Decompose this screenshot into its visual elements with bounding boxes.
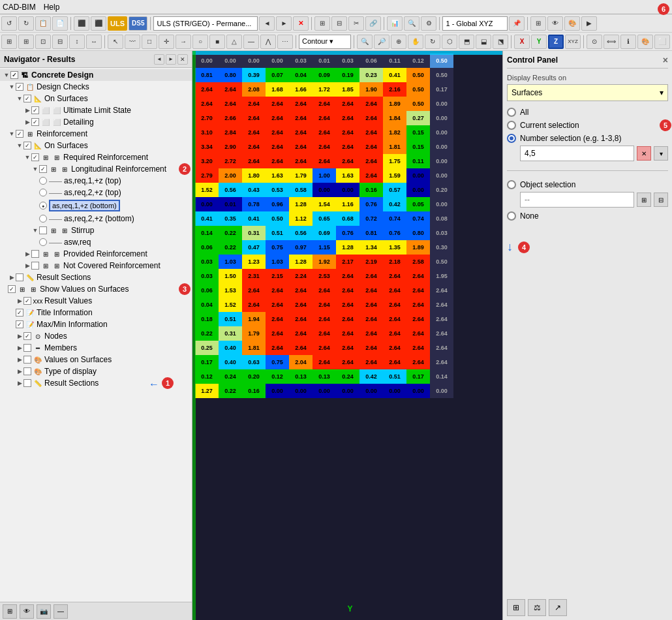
tb2-snap[interactable]: ⊙: [587, 35, 602, 49]
tb2-line[interactable]: —: [243, 35, 259, 49]
tb2-z[interactable]: Z: [548, 35, 564, 49]
tree-values-surfaces[interactable]: ▶ 🎨 Values on Surfaces: [0, 354, 192, 365]
tree-long-reinf[interactable]: ▼ ⊞ ⊞ Longitudinal Reinforcement 2: [0, 163, 192, 175]
tree-result-values[interactable]: ▶ xxx Result Values: [0, 295, 192, 307]
cb-ti[interactable]: [16, 309, 23, 317]
tb-btn-1[interactable]: ↺: [1, 16, 17, 31]
radio-all[interactable]: [507, 108, 516, 117]
cb-lr[interactable]: [39, 165, 47, 173]
exp-td[interactable]: ▶: [16, 367, 23, 375]
cb-nodes[interactable]: [23, 332, 31, 340]
tree-asw-req[interactable]: —— asw,req: [0, 236, 192, 248]
cb-concrete[interactable]: [10, 71, 18, 79]
cb-svs[interactable]: [8, 285, 16, 293]
tb2-3[interactable]: ⊡: [35, 35, 51, 49]
tb2-rotate[interactable]: ↻: [425, 35, 440, 49]
cb-stirrup[interactable]: [39, 226, 47, 234]
nav-collapse[interactable]: ►: [166, 54, 176, 65]
tb2-front[interactable]: ⬓: [476, 35, 491, 49]
uls-badge[interactable]: ULS: [108, 16, 127, 31]
tb-x-btn[interactable]: ✕: [293, 16, 309, 31]
number-input[interactable]: [520, 146, 634, 161]
radio-object-row[interactable]: Object selection: [507, 180, 668, 189]
tb-next[interactable]: ►: [276, 16, 292, 31]
exp-rs1[interactable]: ▶: [8, 273, 16, 281]
tb2-1[interactable]: ⊞: [1, 35, 17, 49]
tb-btn-2[interactable]: ↻: [18, 16, 34, 31]
radio-as2-bottom[interactable]: [39, 215, 47, 223]
number-clear-btn[interactable]: ✕: [637, 146, 651, 161]
number-expand-btn[interactable]: ▾: [654, 146, 668, 161]
radio-number[interactable]: [507, 134, 516, 143]
tb-coord-set[interactable]: 📌: [509, 16, 525, 31]
tree-uls[interactable]: ▶ ⬜ ⬜ Ultimate Limit State: [0, 104, 192, 116]
tb2-top[interactable]: ⬒: [459, 35, 474, 49]
cp-export-btn[interactable]: ↗: [549, 599, 567, 616]
tb2-cursor[interactable]: ↖: [108, 35, 123, 49]
tree-result-sections-1[interactable]: ▶ 📏 Result Sections: [0, 271, 192, 283]
tb2-dim[interactable]: ⟺: [603, 35, 619, 49]
radio-current-item[interactable]: Current selection 5: [507, 121, 668, 130]
tb2-color[interactable]: 🎨: [637, 35, 653, 49]
tb2-circle[interactable]: ○: [192, 35, 208, 49]
cp-scale-btn[interactable]: ⚖: [528, 599, 546, 616]
exp-members[interactable]: ▶: [16, 344, 23, 352]
exp-design-checks[interactable]: ▼: [8, 83, 16, 91]
tb2-xyz[interactable]: XYZ: [565, 35, 581, 49]
cb-uls[interactable]: [31, 106, 39, 114]
cb-reinf[interactable]: [16, 130, 23, 138]
tb2-info[interactable]: ℹ: [620, 35, 636, 49]
radio-none-item[interactable]: None: [507, 211, 668, 221]
cb-td[interactable]: [23, 367, 31, 375]
tree-stirrup[interactable]: ▼ ⊞ ⊞ Stirrup: [0, 225, 192, 236]
cb-os1[interactable]: [23, 95, 31, 102]
display-mode-dropdown[interactable]: Contour ▾: [299, 35, 351, 49]
exp-rs2[interactable]: ▶: [16, 379, 23, 387]
exp-lr[interactable]: ▼: [31, 165, 39, 173]
tree-as-req-2-top[interactable]: —— as,req,2,+z (top): [0, 187, 192, 198]
object-pick-btn[interactable]: ⊞: [637, 193, 651, 207]
tree-as-req-1-bottom[interactable]: as,req,1,+z (bottom): [0, 198, 192, 213]
tb-filter[interactable]: 🔍: [404, 16, 420, 31]
coord-dropdown[interactable]: 1 - Global XYZ: [442, 16, 508, 31]
cb-vs[interactable]: [23, 356, 31, 364]
tb2-side[interactable]: ⬔: [493, 35, 508, 49]
tb-render[interactable]: 🎨: [564, 16, 580, 31]
cb-rv[interactable]: [23, 297, 31, 305]
tree-design-checks[interactable]: ▼ 📋 Design Checks: [0, 81, 192, 93]
tree-as-req-1-top[interactable]: —— as,req,1,+z (top): [0, 175, 192, 187]
radio-object[interactable]: [507, 180, 516, 189]
cb-nc[interactable]: [31, 262, 39, 270]
cb-os2[interactable]: [23, 142, 31, 149]
nav-line-btn[interactable]: —: [53, 604, 68, 619]
tb-link[interactable]: 🔗: [365, 16, 381, 31]
nav-close[interactable]: ✕: [177, 54, 188, 65]
exp-concrete[interactable]: ▼: [3, 71, 10, 79]
cb-pr[interactable]: [31, 250, 39, 258]
cb-rs2[interactable]: [23, 379, 31, 387]
tb2-x[interactable]: X: [514, 35, 530, 49]
tb2-zigzag[interactable]: ⋀: [260, 35, 276, 49]
exp-pr[interactable]: ▶: [23, 250, 31, 258]
menu-cad-bim[interactable]: CAD-BIM: [3, 3, 36, 12]
cb-rs1[interactable]: [16, 273, 23, 281]
tree-concrete-design[interactable]: ▼ 🏗 Concrete Design: [0, 69, 192, 81]
tb2-arrow[interactable]: →: [176, 35, 191, 49]
tree-not-covered[interactable]: ▶ ⊞ ⊞ Not Covered Reinforcement: [0, 260, 192, 271]
tree-members[interactable]: ▶ ━ Members: [0, 342, 192, 354]
tree-on-surfaces-2[interactable]: ▼ 📐 On Surfaces: [0, 140, 192, 151]
radio-all-item[interactable]: All: [507, 108, 668, 117]
exp-reinf[interactable]: ▼: [8, 130, 16, 138]
tree-nodes[interactable]: ▶ ⊙ Nodes: [0, 330, 192, 342]
cb-design-checks[interactable]: [16, 83, 23, 91]
tree-title-info[interactable]: 📝 Title Information: [0, 307, 192, 318]
tree-type-display[interactable]: ▶ 🎨 Type of display: [0, 365, 192, 377]
tree-show-values-surfaces[interactable]: ⊞ ⊞ Show Values on Surfaces 3: [0, 283, 192, 295]
tree-as-req-2-bottom[interactable]: —— as,req,2,+z (bottom): [0, 213, 192, 225]
radio-none[interactable]: [507, 211, 516, 221]
exp-vs[interactable]: ▶: [16, 356, 23, 364]
tb-grid[interactable]: ⊞: [530, 16, 546, 31]
tb2-zoom-out[interactable]: 🔎: [374, 35, 389, 49]
tb2-6[interactable]: ↔: [86, 35, 102, 49]
tb2-move[interactable]: ✛: [159, 35, 174, 49]
